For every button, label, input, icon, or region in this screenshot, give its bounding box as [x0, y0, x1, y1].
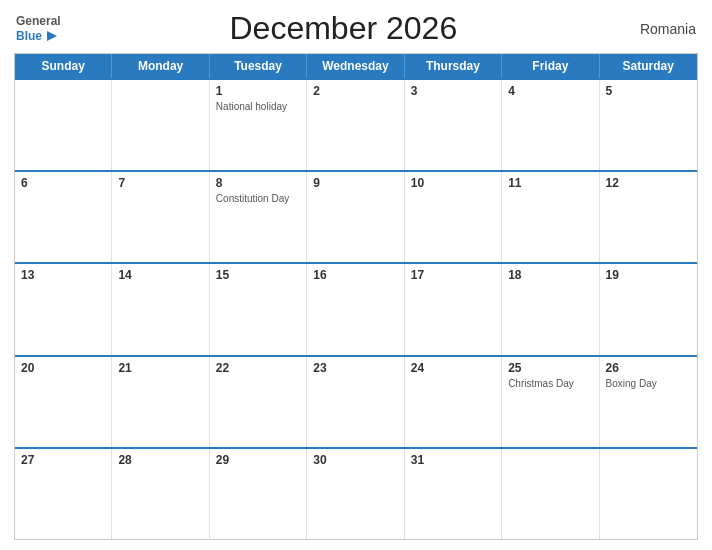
- cell-day-number: 29: [216, 453, 300, 467]
- calendar-cell-w1-d5: 3: [405, 80, 502, 170]
- calendar-cell-w4-d2: 21: [112, 357, 209, 447]
- calendar-cell-w1-d1: [15, 80, 112, 170]
- cell-event-label: National holiday: [216, 100, 300, 113]
- cell-day-number: 26: [606, 361, 691, 375]
- calendar-cell-w5-d7: [600, 449, 697, 539]
- calendar-cell-w2-d6: 11: [502, 172, 599, 262]
- calendar-cell-w3-d4: 16: [307, 264, 404, 354]
- calendar-cell-w2-d4: 9: [307, 172, 404, 262]
- cell-day-number: 8: [216, 176, 300, 190]
- calendar-cell-w3-d2: 14: [112, 264, 209, 354]
- cell-day-number: 30: [313, 453, 397, 467]
- calendar-cell-w3-d5: 17: [405, 264, 502, 354]
- logo-container: General Blue: [16, 14, 61, 43]
- cell-day-number: 6: [21, 176, 105, 190]
- calendar-cell-w1-d2: [112, 80, 209, 170]
- month-title: December 2026: [61, 10, 626, 47]
- calendar-cell-w1-d7: 5: [600, 80, 697, 170]
- cell-day-number: 28: [118, 453, 202, 467]
- calendar-cell-w5-d6: [502, 449, 599, 539]
- calendar-cell-w2-d7: 12: [600, 172, 697, 262]
- calendar-cell-w4-d3: 22: [210, 357, 307, 447]
- cell-day-number: 13: [21, 268, 105, 282]
- calendar-cell-w5-d2: 28: [112, 449, 209, 539]
- calendar-cell-w3-d6: 18: [502, 264, 599, 354]
- logo: General Blue: [16, 14, 61, 43]
- calendar-cell-w2-d1: 6: [15, 172, 112, 262]
- cell-day-number: 2: [313, 84, 397, 98]
- calendar-week-4: 202122232425Christmas Day26Boxing Day: [15, 355, 697, 447]
- header-friday: Friday: [502, 54, 599, 78]
- calendar-cell-w1-d6: 4: [502, 80, 599, 170]
- cell-day-number: 18: [508, 268, 592, 282]
- cell-day-number: 20: [21, 361, 105, 375]
- cell-day-number: 27: [21, 453, 105, 467]
- calendar-cell-w4-d7: 26Boxing Day: [600, 357, 697, 447]
- calendar-cell-w4-d6: 25Christmas Day: [502, 357, 599, 447]
- cell-event-label: Boxing Day: [606, 377, 691, 390]
- svg-marker-0: [47, 31, 57, 41]
- header-monday: Monday: [112, 54, 209, 78]
- calendar-cell-w4-d1: 20: [15, 357, 112, 447]
- calendar-cell-w1-d3: 1National holiday: [210, 80, 307, 170]
- cell-day-number: 22: [216, 361, 300, 375]
- logo-general-text: General: [16, 14, 61, 28]
- calendar-week-1: 1National holiday2345: [15, 78, 697, 170]
- cell-day-number: 25: [508, 361, 592, 375]
- calendar-week-2: 678Constitution Day9101112: [15, 170, 697, 262]
- header-sunday: Sunday: [15, 54, 112, 78]
- cell-day-number: 10: [411, 176, 495, 190]
- calendar-cell-w2-d5: 10: [405, 172, 502, 262]
- cell-day-number: 4: [508, 84, 592, 98]
- calendar-cell-w4-d4: 23: [307, 357, 404, 447]
- calendar-page: General Blue December 2026 Romania Sunda…: [0, 0, 712, 550]
- cell-event-label: Christmas Day: [508, 377, 592, 390]
- calendar-cell-w5-d4: 30: [307, 449, 404, 539]
- cell-day-number: 23: [313, 361, 397, 375]
- calendar-cell-w5-d3: 29: [210, 449, 307, 539]
- calendar-cell-w4-d5: 24: [405, 357, 502, 447]
- calendar-cell-w3-d1: 13: [15, 264, 112, 354]
- calendar-cell-w2-d3: 8Constitution Day: [210, 172, 307, 262]
- cell-day-number: 11: [508, 176, 592, 190]
- calendar-cell-w3-d7: 19: [600, 264, 697, 354]
- calendar-cell-w3-d3: 15: [210, 264, 307, 354]
- cell-day-number: 1: [216, 84, 300, 98]
- header-saturday: Saturday: [600, 54, 697, 78]
- calendar-cell-w1-d4: 2: [307, 80, 404, 170]
- cell-day-number: 17: [411, 268, 495, 282]
- cell-day-number: 5: [606, 84, 691, 98]
- cell-day-number: 21: [118, 361, 202, 375]
- cell-day-number: 15: [216, 268, 300, 282]
- cell-day-number: 19: [606, 268, 691, 282]
- calendar-week-5: 2728293031: [15, 447, 697, 539]
- cell-day-number: 16: [313, 268, 397, 282]
- cell-day-number: 9: [313, 176, 397, 190]
- logo-blue-text: Blue: [16, 29, 61, 43]
- calendar-grid: Sunday Monday Tuesday Wednesday Thursday…: [14, 53, 698, 540]
- cell-day-number: 12: [606, 176, 691, 190]
- page-header: General Blue December 2026 Romania: [14, 10, 698, 47]
- header-thursday: Thursday: [405, 54, 502, 78]
- cell-day-number: 24: [411, 361, 495, 375]
- cell-event-label: Constitution Day: [216, 192, 300, 205]
- calendar-header-row: Sunday Monday Tuesday Wednesday Thursday…: [15, 54, 697, 78]
- header-tuesday: Tuesday: [210, 54, 307, 78]
- header-wednesday: Wednesday: [307, 54, 404, 78]
- cell-day-number: 14: [118, 268, 202, 282]
- calendar-cell-w2-d2: 7: [112, 172, 209, 262]
- cell-day-number: 7: [118, 176, 202, 190]
- blue-triangle-icon: [44, 29, 58, 43]
- cell-day-number: 31: [411, 453, 495, 467]
- calendar-body: 1National holiday2345678Constitution Day…: [15, 78, 697, 539]
- calendar-cell-w5-d5: 31: [405, 449, 502, 539]
- calendar-cell-w5-d1: 27: [15, 449, 112, 539]
- cell-day-number: 3: [411, 84, 495, 98]
- calendar-week-3: 13141516171819: [15, 262, 697, 354]
- country-label: Romania: [626, 21, 696, 37]
